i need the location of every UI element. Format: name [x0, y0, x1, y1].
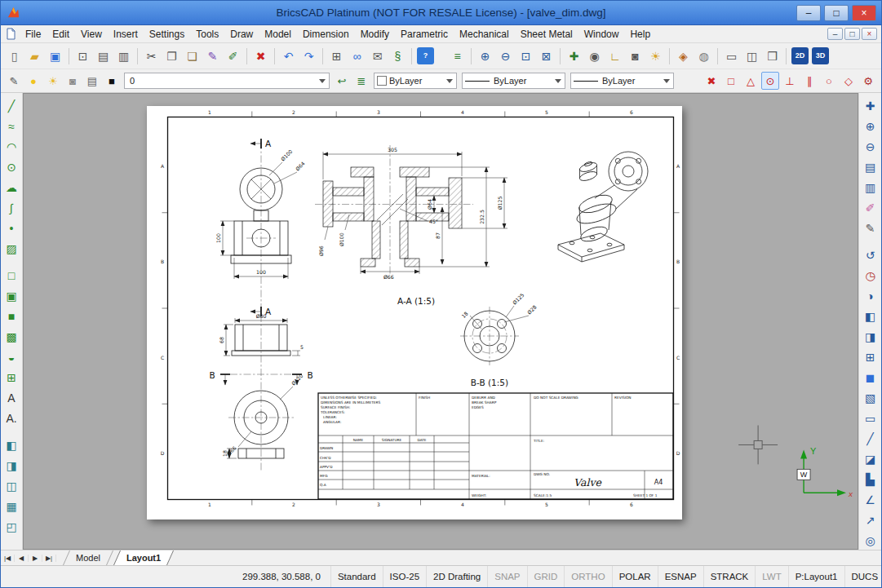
snap-settings-icon[interactable]: ⚙ [859, 72, 877, 90]
text-icon[interactable]: A [2, 388, 21, 408]
edit-pencil-icon[interactable]: ✎ [861, 219, 880, 238]
redo-icon[interactable]: ↷ [299, 46, 318, 65]
measure-icon[interactable]: ◎ [861, 531, 880, 550]
menu-model[interactable]: Model [259, 27, 297, 42]
minimize-button[interactable]: – [796, 5, 821, 21]
light-icon[interactable]: ☀ [646, 46, 665, 65]
snap-midpoint-icon[interactable]: △ [742, 72, 760, 90]
cut-icon[interactable]: ✂ [142, 46, 161, 65]
viewport-single-icon[interactable]: ▭ [722, 46, 741, 65]
wireframe-2d-button[interactable]: 2D [791, 47, 809, 64]
zoom-in-icon[interactable]: ⊕ [476, 46, 494, 65]
block-icon[interactable]: ◧ [2, 435, 21, 455]
viewport-dialog-icon[interactable]: ❒ [763, 46, 782, 65]
draw-region-icon[interactable]: ▣ [2, 286, 21, 306]
status-workspace[interactable]: 2D Drafting [426, 566, 487, 587]
format-painter-icon[interactable]: ✎ [203, 46, 222, 65]
menu-tools[interactable]: Tools [190, 27, 224, 42]
menu-dimension[interactable]: Dimension [297, 27, 355, 42]
undo-icon[interactable]: ↶ [279, 46, 298, 65]
solid-cube-icon[interactable]: ◼ [861, 368, 880, 387]
layer-color-icon[interactable]: ■ [103, 72, 121, 90]
draw-revcloud-icon[interactable]: ☁ [2, 178, 21, 197]
properties-brush-icon[interactable]: ✐ [861, 198, 880, 218]
titlebar[interactable]: BricsCAD Platinum (NOT FOR RESALE Licens… [1, 1, 881, 25]
angle-icon[interactable]: ∠ [861, 490, 880, 510]
draw-boundary-icon[interactable]: □ [2, 266, 21, 285]
flip-icon[interactable]: ◨ [861, 327, 880, 347]
menu-help[interactable]: Help [624, 27, 656, 42]
mdi-close-button[interactable]: × [862, 28, 877, 40]
close-button[interactable]: × [852, 5, 876, 21]
snap-center-icon[interactable]: ⊙ [761, 72, 779, 90]
color-select[interactable]: ByLayer [374, 73, 457, 89]
zoom-realtime-icon[interactable]: ⊕ [861, 117, 880, 136]
paste-icon[interactable]: ❏ [183, 46, 202, 65]
status-dimstyle[interactable]: ISO-25 [383, 566, 426, 587]
drawing-canvas[interactable]: 1 2 3 4 5 6 1 2 3 4 5 6 A B C [23, 93, 858, 550]
status-snap[interactable]: SNAP [487, 566, 526, 587]
layer-on-icon[interactable]: ● [24, 72, 42, 90]
copy-icon[interactable]: ❐ [162, 46, 181, 65]
layer-lock-icon[interactable]: ◙ [64, 72, 82, 90]
snap-quadrant-icon[interactable]: ◇ [840, 72, 858, 90]
zoom-previous-icon[interactable]: ⊖ [861, 137, 880, 157]
orbit-icon[interactable]: ◑ [861, 286, 880, 306]
menu-insert[interactable]: Insert [108, 27, 144, 42]
copy-clip-icon[interactable]: ▤ [861, 157, 880, 177]
polyline-edit-icon[interactable]: ╱ [861, 429, 880, 449]
plot-icon[interactable]: ▥ [114, 46, 133, 65]
named-views-icon[interactable]: ◷ [861, 266, 880, 285]
tab-model[interactable]: Model [63, 550, 113, 565]
menu-edit[interactable]: Edit [47, 27, 75, 42]
materials-icon[interactable]: ◍ [694, 46, 713, 65]
menu-parametric[interactable]: Parametric [395, 27, 454, 42]
tab-layout1[interactable]: Layout1 [113, 550, 174, 565]
draw-hatch-icon[interactable]: ▨ [2, 239, 21, 259]
view-3d-button[interactable]: 3D [812, 47, 829, 64]
layer-print-icon[interactable]: ▤ [83, 72, 101, 90]
table-icon[interactable]: ⊞ [327, 46, 346, 65]
pan-realtime-icon[interactable]: ✚ [861, 96, 880, 116]
tab-last-button[interactable]: ▶| [42, 555, 56, 562]
zoom-window-icon[interactable]: ⊡ [516, 46, 535, 65]
draw-polyline-icon[interactable]: ≈ [2, 117, 21, 136]
open-icon[interactable]: ▰ [25, 46, 44, 65]
ole-object-icon[interactable]: ◰ [2, 517, 21, 537]
status-plot-layout[interactable]: P:Layout1 [788, 566, 844, 587]
layer-select[interactable]: 0 [124, 73, 330, 89]
insert-block-icon[interactable]: ◨ [2, 456, 21, 475]
snap-parallel-icon[interactable]: ∥ [800, 72, 818, 90]
save-icon[interactable]: ▣ [46, 46, 64, 65]
mdi-minimize-button[interactable]: – [827, 28, 843, 40]
fields-icon[interactable]: § [388, 46, 407, 65]
status-grid[interactable]: GRID [527, 566, 565, 587]
attach-image-icon[interactable]: ▦ [2, 497, 21, 516]
zoom-extents-icon[interactable]: ⊠ [537, 46, 556, 65]
status-ducs[interactable]: DUCS [844, 566, 882, 587]
viewport-split-icon[interactable]: ◫ [742, 46, 761, 65]
xref-icon[interactable]: ◫ [2, 476, 21, 496]
tab-prev-button[interactable]: ◀ [15, 555, 29, 562]
array-icon[interactable]: ⊞ [861, 347, 880, 367]
status-strack[interactable]: STRACK [703, 566, 756, 587]
paste-clip-icon[interactable]: ▥ [861, 178, 880, 197]
snap-endpoint-icon[interactable]: □ [722, 72, 740, 90]
print-icon[interactable]: ▤ [94, 46, 113, 65]
draw-arc-icon[interactable]: ◠ [2, 137, 21, 157]
new-file-icon[interactable]: ▯ [5, 46, 24, 65]
menu-draw[interactable]: Draw [224, 27, 259, 42]
snap-tangent-icon[interactable]: ○ [820, 72, 838, 90]
delete-icon[interactable]: ✖ [251, 46, 270, 65]
undo-view-icon[interactable]: ↺ [861, 245, 880, 265]
linetype-select[interactable]: ByLayer [462, 73, 565, 89]
snap-perpendicular-icon[interactable]: ⊥ [781, 72, 799, 90]
status-esnap[interactable]: ESNAP [658, 566, 703, 587]
draw-point-icon[interactable]: • [2, 219, 21, 238]
sheet-stack-icon[interactable]: ▧ [861, 388, 880, 408]
draw-line-icon[interactable]: ╱ [2, 96, 21, 116]
status-cui-profile[interactable]: Standard [330, 566, 383, 587]
etransmit-icon[interactable]: ✉ [368, 46, 387, 65]
leader-icon[interactable]: ↗ [861, 511, 880, 530]
match-properties-icon[interactable]: ✐ [224, 46, 242, 65]
